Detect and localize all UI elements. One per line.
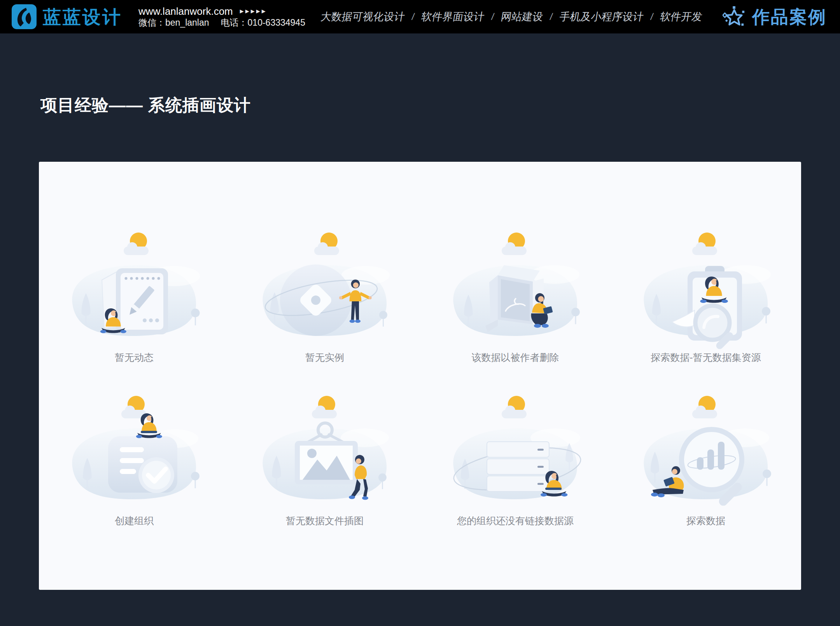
illustration-caption: 该数据以被作者删除 xyxy=(472,351,559,363)
nav-item-software-ui[interactable]: 软件界面设计 xyxy=(420,10,486,24)
illustration-caption: 暂无实例 xyxy=(305,351,344,363)
phone-value: 010-63334945 xyxy=(248,18,305,28)
nav-separator: / xyxy=(491,11,495,22)
server-stack-illustration xyxy=(439,393,591,513)
illustration-caption: 暂无动态 xyxy=(115,351,154,363)
contact-block: www.lanlanwork.com ▶▶▶▶▶ 微信： ben_lanlan … xyxy=(138,6,305,28)
illustration-tile-no-data-file: 暂无数据文件插图 xyxy=(249,393,401,526)
card-check-badge-illustration xyxy=(58,393,210,513)
illustration-caption: 您的组织还没有链接数据源 xyxy=(457,515,574,526)
illustration-tile-data-deleted: 该数据以被作者删除 xyxy=(439,229,591,363)
illustration-caption: 探索数据 xyxy=(686,515,725,526)
lanlan-logo-icon xyxy=(12,4,37,29)
illustration-tile-no-datasource: 您的组织还没有链接数据源 xyxy=(439,393,591,526)
arrows-decoration: ▶▶▶▶▶ xyxy=(240,9,267,14)
brand: 蓝蓝设计 xyxy=(12,4,122,29)
illustration-caption: 创建组织 xyxy=(115,515,154,526)
top-header: 蓝蓝设计 www.lanlanwork.com ▶▶▶▶▶ 微信： ben_la… xyxy=(0,0,840,33)
portfolio-label: 作品案例 xyxy=(752,8,827,26)
nav-item-bigdata[interactable]: 大数据可视化设计 xyxy=(320,10,406,24)
nav-item-software-dev[interactable]: 软件开发 xyxy=(659,10,704,24)
magnifier-bar-chart-illustration xyxy=(630,393,782,513)
illustration-tile-no-dataset: 探索数据-暂无数据集资源 xyxy=(630,229,782,363)
nav-separator: / xyxy=(411,11,415,22)
portfolio-link[interactable]: 作品案例 xyxy=(723,5,828,28)
nav-item-website[interactable]: 网站建设 xyxy=(500,10,544,24)
illustration-caption: 暂无数据文件插图 xyxy=(286,515,364,526)
nav-separator: / xyxy=(650,11,654,22)
illustration-tile-create-org: 创建组织 xyxy=(58,393,210,526)
illustration-tile-no-activity: 暂无动态 xyxy=(58,229,210,363)
notepad-pencil-illustration xyxy=(58,229,210,350)
wechat-label: 微信： xyxy=(138,18,165,28)
illustration-tile-no-instance: 暂无实例 xyxy=(249,229,401,363)
website-text: www.lanlanwork.com xyxy=(138,6,233,17)
clipboard-magnifier-illustration xyxy=(630,229,782,350)
services-nav: 大数据可视化设计 / 软件界面设计 / 网站建设 / 手机及小程序设计 / 软件… xyxy=(320,10,703,24)
page-title: 项目经验—— 系统插画设计 xyxy=(40,94,840,117)
nav-separator: / xyxy=(549,11,553,22)
illustration-caption: 探索数据-暂无数据集资源 xyxy=(651,351,761,363)
empty-open-box-illustration xyxy=(439,229,591,350)
illustration-tile-explore-data: 探索数据 xyxy=(630,393,782,526)
illustrations-panel: 暂无动态 暂无实例 xyxy=(39,162,801,590)
brand-name: 蓝蓝设计 xyxy=(43,8,122,26)
compass-planet-illustration xyxy=(249,229,401,350)
phone-label: 电话： xyxy=(221,18,248,28)
picture-frame-illustration xyxy=(249,393,401,513)
magic-star-icon xyxy=(723,5,747,28)
nav-item-mobile-miniapp[interactable]: 手机及小程序设计 xyxy=(558,10,645,24)
wechat-value: ben_lanlan xyxy=(165,18,209,28)
